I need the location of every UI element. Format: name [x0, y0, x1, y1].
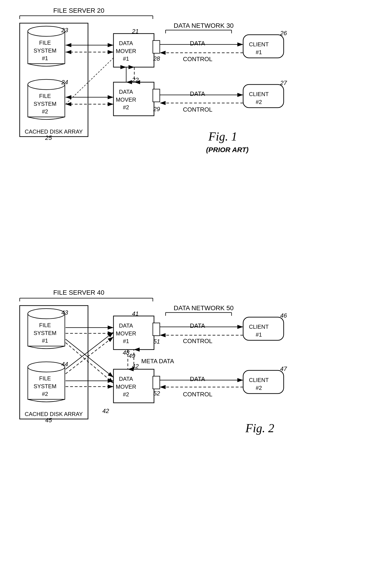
fig2-control1-label: CONTROL: [183, 337, 212, 345]
fig1-data2-label: DATA: [190, 90, 205, 97]
fig2-ref-46: 46: [280, 312, 287, 319]
fig1-file-server-label: FILE SERVER 20: [53, 7, 104, 14]
fig1-dm2-label: DATAMOVER#2: [116, 88, 136, 111]
fig1-client1-label: CLIENT#1: [249, 41, 269, 56]
fig2-dm1-label: DATAMOVER#1: [116, 322, 136, 345]
fig2-control2-label: CONTROL: [183, 391, 212, 398]
fig1-ref-28: 28: [153, 55, 160, 62]
svg-line-55: [65, 343, 113, 383]
fig2-ref-42b: 42: [102, 407, 109, 415]
fig1-fs2-label: FILESYSTEM#2: [34, 92, 57, 116]
fig2-dm2-label: DATAMOVER#2: [116, 375, 136, 399]
fig1-ref-21: 21: [132, 28, 139, 35]
fig2-data-network-label: DATA NETWORK 50: [174, 304, 234, 312]
fig2-client2-label: CLIENT#2: [249, 376, 269, 392]
fig2-ref-47: 47: [280, 365, 287, 373]
svg-line-54: [65, 339, 113, 377]
fig2-file-server-label: FILE SERVER 40: [53, 289, 104, 296]
svg-rect-17: [153, 41, 160, 53]
svg-line-57: [65, 337, 113, 374]
fig2-ref-45: 45: [45, 417, 52, 424]
fig1-data-network-label: DATA NETWORK 30: [174, 22, 234, 29]
svg-line-32: [65, 58, 113, 104]
fig1-client2-label: CLIENT#2: [249, 90, 269, 106]
svg-point-41: [28, 309, 65, 319]
svg-point-43: [28, 362, 65, 372]
fig1-cached-disk-label: CACHED DISK ARRAY: [21, 128, 86, 135]
fig1-ref-26: 26: [280, 30, 287, 37]
fig2-fs2-label: FILESYSTEM#2: [34, 375, 57, 398]
fig1-ref-22: 22: [132, 76, 139, 84]
fig1-ref-23: 23: [61, 27, 68, 34]
fig2-meta-data-label: META DATA: [141, 358, 174, 365]
fig2-ref-41: 41: [132, 310, 139, 317]
fig1-data1-label: DATA: [190, 40, 205, 47]
fig2-ref-42a: 42: [132, 363, 139, 370]
fig2-fs1-label: FILESYSTEM#1: [34, 321, 57, 345]
fig2-data2-label: DATA: [190, 376, 205, 383]
svg-rect-19: [153, 89, 160, 102]
diagram-container: FILE SERVER 20 DATA NETWORK 30 FILESYSTE…: [0, 0, 383, 588]
fig1-ref-27: 27: [280, 79, 287, 86]
fig2-ref-43: 43: [61, 309, 68, 316]
fig1-fs1-label: FILESYSTEM#1: [34, 39, 57, 62]
fig2-ref-51: 51: [153, 338, 160, 345]
fig1-prior-art: (PRIOR ART): [206, 146, 249, 154]
svg-rect-47: [153, 376, 160, 389]
fig2-client1-label: CLIENT#1: [249, 323, 269, 338]
svg-point-15: [28, 79, 65, 90]
svg-point-13: [28, 26, 65, 36]
fig2-ref-49: 49: [128, 352, 135, 359]
fig1-ref-29: 29: [153, 105, 160, 113]
fig1-dm1-label: DATAMOVER#1: [116, 39, 136, 63]
fig2-ref-52: 52: [153, 390, 160, 397]
fig1-control2-label: CONTROL: [183, 106, 212, 113]
fig1-title: Fig. 1: [208, 130, 237, 143]
fig2-data1-label: DATA: [190, 322, 205, 329]
fig1-ref-24: 24: [61, 79, 68, 86]
fig1-ref-25: 25: [45, 134, 52, 142]
fig2-title: Fig. 2: [245, 421, 274, 435]
svg-line-56: [65, 332, 113, 369]
fig2-ref-44: 44: [61, 361, 68, 368]
fig2-cached-disk-label: CACHED DISK ARRAY: [21, 411, 86, 417]
fig1-control1-label: CONTROL: [183, 56, 212, 63]
svg-rect-45: [153, 323, 160, 336]
